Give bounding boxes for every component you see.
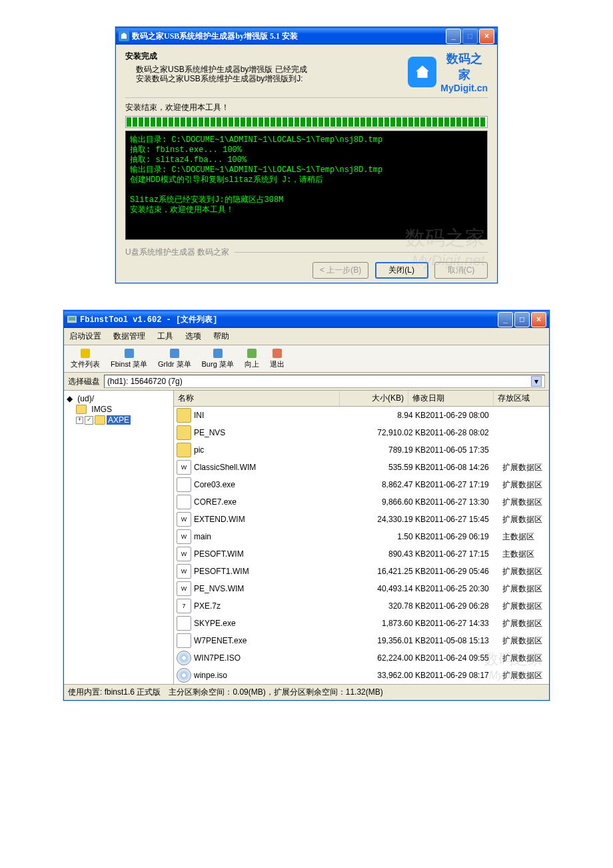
disk-select[interactable]: (hd1): 15646720 (7g) ▾: [104, 375, 545, 388]
disc-icon: [177, 668, 191, 683]
close-install-button[interactable]: 关闭(L): [375, 262, 428, 279]
table-row[interactable]: WClassicShell.WIM535.59 KB2011-06-08 14:…: [174, 459, 549, 476]
svg-rect-5: [170, 349, 179, 358]
col-size[interactable]: 大小(KB): [340, 391, 408, 406]
table-row[interactable]: CORE7.exe9,866.60 KB2011-06-27 13:30扩展数据…: [174, 493, 549, 511]
install-log[interactable]: 输出目录: C:\DOCUME~1\ADMINI~1\LOCALS~1\Temp…: [125, 131, 488, 240]
menu-item[interactable]: 选项: [183, 329, 204, 343]
table-row[interactable]: SKYPE.exe1,873.60 KB2011-06-27 14:33扩展数据…: [174, 615, 549, 632]
back-button: < 上一步(B): [312, 262, 368, 279]
toolbar-item[interactable]: Fbinst 菜单: [105, 347, 153, 371]
folder-tree[interactable]: ◆ (ud)/ IMGS + ✓ AXPE: [64, 391, 174, 684]
install-heading: 安装完成: [125, 51, 408, 62]
toolbar-item[interactable]: Grldr 菜单: [153, 347, 197, 371]
table-row[interactable]: WIN7PE.ISO62,224.00 KB2011-06-24 09:55扩展…: [174, 649, 549, 667]
menu-item[interactable]: 启动设置: [67, 329, 104, 343]
maximize-button[interactable]: □: [514, 312, 530, 327]
toolbar-item[interactable]: 文件列表: [65, 347, 105, 371]
file-size: 24,330.19 KB: [366, 515, 426, 524]
file-name: Core03.exe: [194, 480, 235, 489]
tree-item-axpe[interactable]: + ✓ AXPE: [67, 415, 171, 425]
file-date: 2011-06-29 08:00: [426, 411, 502, 420]
table-row[interactable]: winpe.iso33,962.00 KB2011-06-29 08:17扩展数…: [174, 667, 549, 684]
close-button[interactable]: ×: [531, 312, 546, 327]
tree-item-imgs[interactable]: IMGS: [67, 404, 171, 415]
table-row[interactable]: pic789.19 KB2011-06-05 17:35: [174, 441, 549, 459]
app-icon: [119, 31, 129, 41]
installer-window: 数码之家USB系统维护生成器by增强版 5.1 安装 _ □ × 安装完成 数码…: [115, 27, 498, 283]
col-date[interactable]: 修改日期: [408, 391, 494, 406]
window-title: 数码之家USB系统维护生成器by增强版 5.1 安装: [132, 31, 446, 42]
toolbar-item[interactable]: 退出: [265, 347, 290, 371]
install-sub1: 数码之家USB系统维护生成器by增强版 已经完成: [125, 65, 408, 74]
file-area: 扩展数据区: [502, 462, 549, 473]
file-icon: [177, 495, 191, 509]
expand-icon[interactable]: +: [76, 417, 83, 424]
file-listview[interactable]: 名称 大小(KB) 修改日期 存放区域 INI8.94 KB2011-06-29…: [174, 391, 549, 684]
col-area[interactable]: 存放区域: [494, 391, 549, 406]
house-icon: [408, 57, 436, 87]
file-area: 扩展数据区: [502, 635, 549, 647]
menu-item[interactable]: 数据管理: [111, 329, 148, 343]
file-icon: [177, 477, 191, 492]
table-row[interactable]: PE_NVS72,910.02 KB2011-06-28 08:02: [174, 424, 549, 441]
toolbar-icon: [169, 348, 180, 359]
file-name: CORE7.exe: [194, 497, 237, 507]
file-date: 2011-06-08 14:26: [426, 463, 502, 472]
svg-rect-7: [247, 349, 257, 358]
window-title: FbinstTool v1.602 - [文件列表]: [80, 314, 498, 325]
table-row[interactable]: Wmain1.50 KB2011-06-29 06:19主数据区: [174, 528, 549, 545]
file-date: 2011-06-25 20:30: [426, 584, 502, 593]
menu-item[interactable]: 工具: [155, 329, 176, 343]
statusbar: 使用内置: fbinst1.6 正式版 主分区剩余空间：0.09(MB)，扩展分…: [64, 684, 549, 700]
table-row[interactable]: WPESOFT1.WIM16,421.25 KB2011-06-29 05:46…: [174, 563, 549, 580]
logo-text-en: MyDigit.cn: [440, 83, 488, 93]
chevron-down-icon: ▾: [531, 376, 542, 387]
wim-icon: W: [177, 529, 191, 544]
file-area: 主数据区: [502, 549, 549, 560]
folder-icon: [76, 405, 87, 414]
fbinst-titlebar[interactable]: FbinstTool v1.602 - [文件列表] _ □ ×: [64, 311, 549, 328]
minimize-button[interactable]: _: [498, 312, 513, 327]
file-size: 535.59 KB: [366, 463, 426, 472]
table-row[interactable]: WPESOFT.WIM890.43 KB2011-06-27 17:15主数据区: [174, 545, 549, 563]
table-row[interactable]: 7PXE.7z320.78 KB2011-06-29 06:28扩展数据区: [174, 597, 549, 615]
minimize-button[interactable]: _: [446, 29, 461, 44]
archive-icon: 7: [177, 599, 191, 613]
toolbar-icon: [247, 348, 257, 359]
svg-rect-8: [273, 349, 282, 358]
table-row[interactable]: INI8.94 KB2011-06-29 08:00: [174, 407, 549, 424]
progress-label: 安装结束，欢迎使用本工具！: [125, 102, 488, 113]
file-date: 2011-06-05 17:35: [426, 445, 502, 455]
file-area: 扩展数据区: [502, 601, 549, 612]
file-name: EXTEND.WIM: [194, 515, 245, 524]
wim-icon: W: [177, 512, 191, 527]
file-date: 2011-06-27 17:15: [426, 549, 502, 559]
table-row[interactable]: WPE_NVS.WIM40,493.14 KB2011-06-25 20:30扩…: [174, 580, 549, 597]
file-name: PE_NVS.WIM: [194, 584, 244, 593]
col-name[interactable]: 名称: [174, 391, 340, 406]
installer-titlebar[interactable]: 数码之家USB系统维护生成器by增强版 5.1 安装 _ □ ×: [116, 27, 497, 45]
status-version: 使用内置: fbinst1.6 正式版: [68, 687, 161, 698]
file-size: 9,866.60 KB: [366, 497, 426, 507]
file-date: 2011-06-27 13:30: [426, 497, 502, 507]
file-name: PESOFT.WIM: [194, 549, 244, 559]
file-area: 扩展数据区: [502, 670, 549, 681]
file-date: 2011-06-28 08:02: [426, 428, 502, 437]
file-size: 8.94 KB: [366, 411, 426, 420]
file-date: 2011-06-24 09:55: [426, 653, 502, 663]
close-button[interactable]: ×: [479, 29, 494, 44]
wim-icon: W: [177, 460, 191, 475]
table-row[interactable]: Core03.exe8,862.47 KB2011-06-27 17:19扩展数…: [174, 476, 549, 493]
tree-root[interactable]: ◆ (ud)/: [67, 393, 171, 404]
list-header[interactable]: 名称 大小(KB) 修改日期 存放区域: [174, 391, 549, 407]
checkbox-icon[interactable]: ✓: [85, 416, 93, 425]
file-date: 2011-06-29 06:28: [426, 601, 502, 611]
menu-item[interactable]: 帮助: [211, 329, 232, 343]
table-row[interactable]: W7PENET.exe19,356.01 KB2011-05-08 15:13扩…: [174, 632, 549, 649]
file-date: 2011-06-27 14:33: [426, 619, 502, 628]
table-row[interactable]: WEXTEND.WIM24,330.19 KB2011-06-27 15:45扩…: [174, 511, 549, 528]
toolbar-item[interactable]: Burg 菜单: [197, 347, 239, 371]
disk-icon: ◆: [67, 394, 73, 403]
toolbar-item[interactable]: 向上: [239, 347, 265, 371]
